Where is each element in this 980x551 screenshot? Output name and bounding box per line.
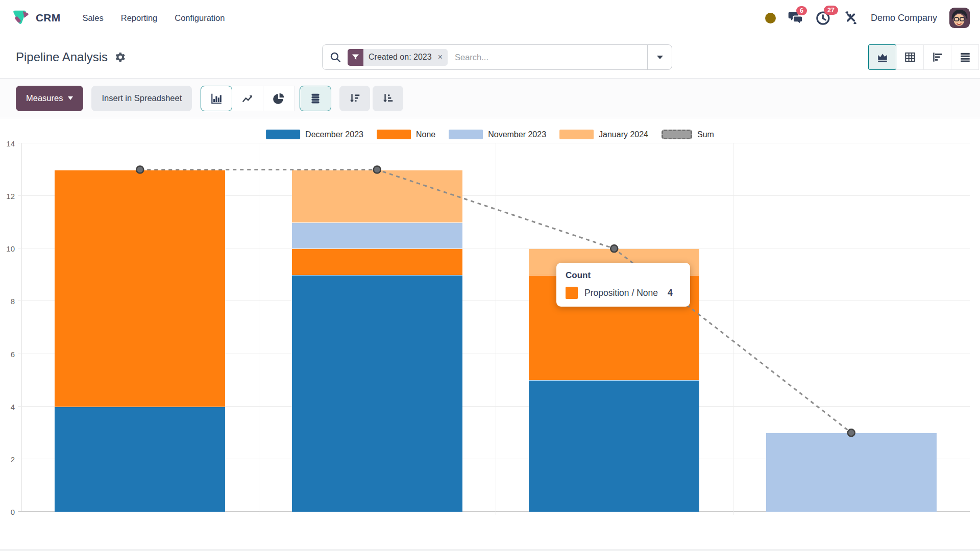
control-panel: Pipeline Analysis Created on: 2023 × Sea…	[0, 36, 980, 79]
legend-item[interactable]: Sum	[662, 130, 714, 139]
facet-label: Created on: 2023	[363, 49, 437, 66]
tooltip-label: Proposition / None	[584, 288, 658, 298]
bar-proposition[interactable]	[496, 143, 733, 512]
messages-badge: 6	[796, 6, 807, 15]
graph-toolbar: Measures Insert in Spreadsheet	[0, 79, 980, 118]
tools-icon[interactable]	[843, 10, 859, 26]
line-chart-button[interactable]	[232, 86, 263, 111]
chart-tooltip: Count Proposition / None 4	[556, 263, 690, 307]
chart-type-group	[201, 86, 295, 111]
legend-label: January 2024	[599, 130, 648, 139]
bar-segment[interactable]	[529, 380, 699, 512]
search-input[interactable]: Search...	[455, 53, 488, 62]
cohort-view-button[interactable]	[923, 44, 951, 70]
crm-logo-icon	[10, 8, 31, 28]
y-tick-label: 12	[6, 192, 15, 201]
legend-item[interactable]: None	[377, 130, 435, 139]
legend-swatch	[449, 130, 483, 139]
user-avatar[interactable]	[949, 8, 970, 28]
crm-app-brand[interactable]: CRM	[10, 8, 60, 28]
search-facet[interactable]: Created on: 2023 ×	[348, 49, 448, 66]
systray: 6 27 Demo Company	[765, 8, 970, 28]
tooltip-value: 4	[668, 288, 673, 298]
graph-view-button[interactable]	[868, 44, 896, 70]
filter-icon	[348, 49, 363, 66]
insert-in-spreadsheet-button[interactable]: Insert in Spreadsheet	[91, 86, 192, 111]
menu-reporting[interactable]: Reporting	[112, 8, 166, 28]
tooltip-swatch	[566, 287, 578, 299]
bar-segment[interactable]	[292, 170, 462, 222]
legend-label: November 2023	[488, 130, 546, 139]
y-tick-label: 6	[11, 349, 15, 358]
bar-segment[interactable]	[766, 433, 937, 512]
top-navbar: CRM Sales Reporting Configuration 6 27	[0, 0, 980, 36]
measures-button[interactable]: Measures	[16, 86, 83, 111]
y-tick-label: 4	[11, 402, 15, 411]
legend-swatch	[266, 130, 300, 139]
scrollbar-track	[0, 549, 980, 551]
bar-chart-button[interactable]	[201, 86, 232, 111]
search-icon	[330, 52, 341, 63]
legend-label: None	[416, 130, 435, 139]
company-switcher[interactable]: Demo Company	[871, 13, 937, 23]
bar-segment[interactable]	[292, 275, 462, 512]
pipeline-chart: December 2023NoneNovember 2023January 20…	[0, 118, 980, 551]
search-options-toggle[interactable]	[647, 45, 672, 69]
view-settings-gear-icon[interactable]	[114, 52, 125, 63]
legend-label: Sum	[697, 130, 714, 139]
sort-group	[339, 86, 403, 111]
activities-badge: 27	[824, 6, 838, 15]
bar-new[interactable]	[21, 143, 259, 512]
y-tick-label: 0	[11, 508, 15, 516]
page-title: Pipeline Analysis	[16, 50, 108, 64]
legend-swatch	[662, 130, 692, 139]
sort-descending-button[interactable]	[339, 86, 370, 111]
menu-configuration[interactable]: Configuration	[166, 8, 233, 28]
y-tick-label: 2	[11, 455, 15, 463]
status-dot-icon[interactable]	[765, 13, 776, 23]
bar-won[interactable]	[733, 143, 970, 512]
chart-legend: December 2023NoneNovember 2023January 20…	[266, 130, 714, 139]
facet-close-icon[interactable]: ×	[437, 49, 448, 66]
legend-item[interactable]: November 2023	[449, 130, 546, 139]
legend-swatch	[559, 130, 594, 139]
y-tick-label: 8	[11, 297, 15, 306]
app-name: CRM	[36, 12, 60, 24]
bar-segment[interactable]	[55, 170, 225, 407]
tooltip-title: Count	[566, 270, 681, 281]
plot-area: 02468101214	[21, 143, 970, 512]
navbar-menus: Sales Reporting Configuration	[74, 8, 233, 28]
legend-item[interactable]: January 2024	[559, 130, 648, 139]
sort-ascending-button[interactable]	[373, 86, 403, 111]
activities-icon[interactable]: 27	[816, 10, 831, 26]
view-switcher	[869, 44, 979, 70]
y-tick-label: 14	[6, 139, 15, 148]
legend-item[interactable]: December 2023	[266, 130, 363, 139]
pie-chart-button[interactable]	[263, 86, 295, 111]
bar-segment[interactable]	[292, 248, 462, 275]
legend-label: December 2023	[305, 130, 363, 139]
pivot-view-button[interactable]	[896, 44, 924, 70]
list-view-button[interactable]	[951, 44, 979, 70]
bar-segment[interactable]	[292, 222, 462, 249]
bar-qualified[interactable]	[259, 143, 496, 512]
legend-swatch	[377, 130, 411, 139]
stacked-toggle-button[interactable]	[300, 86, 331, 111]
messages-icon[interactable]: 6	[788, 11, 803, 25]
bar-segment[interactable]	[55, 407, 225, 512]
menu-sales[interactable]: Sales	[74, 8, 112, 28]
search-bar[interactable]: Created on: 2023 × Search...	[322, 44, 672, 70]
y-tick-label: 10	[6, 244, 15, 253]
